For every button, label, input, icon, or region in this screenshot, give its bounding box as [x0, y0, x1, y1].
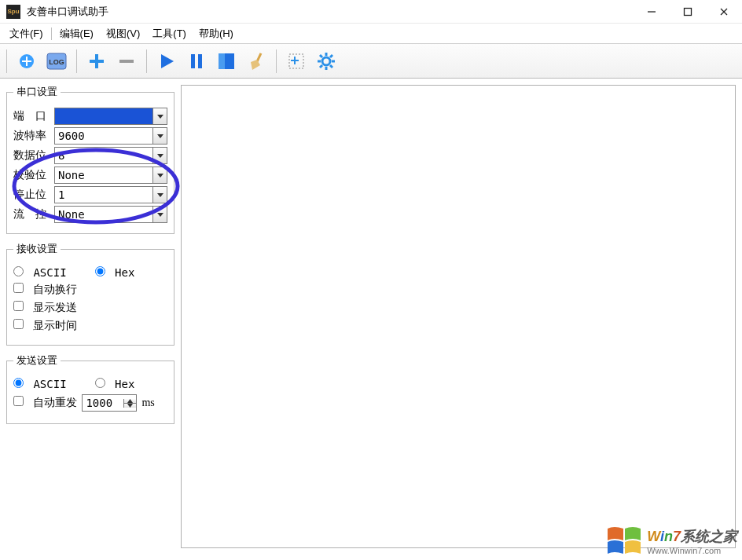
chevron-down-icon[interactable] [152, 207, 167, 222]
maximize-icon [683, 7, 692, 16]
svg-marker-38 [127, 404, 133, 408]
chevron-down-icon[interactable] [152, 108, 167, 124]
svg-point-22 [322, 57, 330, 65]
baud-combo[interactable]: 9600 [54, 127, 167, 145]
send-settings-group: 发送设置 ASCII Hex 自动重发 1000 ms [6, 353, 174, 424]
chevron-down-icon[interactable] [152, 128, 167, 144]
flow-label: 流 控 [13, 207, 50, 221]
svg-marker-31 [157, 115, 163, 119]
watermark-brand: Win7系统之家 [647, 527, 737, 546]
log-button[interactable]: LOG [43, 48, 70, 75]
panel-icon [216, 51, 237, 71]
windows-flag-icon [606, 525, 642, 557]
resend-interval-value: 1000 [83, 397, 123, 409]
chevron-down-icon[interactable] [152, 148, 167, 163]
resend-unit-label: ms [141, 397, 154, 409]
menubar: 文件(F) 编辑(E) 视图(V) 工具(T) 帮助(H) [0, 24, 742, 44]
start-button[interactable] [153, 48, 180, 75]
baud-value: 9600 [55, 130, 152, 142]
settings-button[interactable] [313, 48, 340, 75]
resend-interval-input[interactable]: 1000 [82, 394, 137, 412]
svg-line-27 [320, 55, 322, 57]
data-bits-value: 8 [55, 149, 152, 162]
svg-rect-21 [291, 60, 299, 61]
parity-value: None [55, 169, 152, 181]
auto-resend-checkbox[interactable]: 自动重发 [13, 396, 77, 410]
menu-view[interactable]: 视图(V) [100, 25, 146, 42]
broom-icon [246, 51, 266, 71]
svg-marker-35 [157, 193, 163, 197]
output-panel[interactable] [181, 85, 736, 548]
minus-icon [116, 51, 137, 71]
menu-tools[interactable]: 工具(T) [146, 25, 193, 42]
toolbar-separator [6, 49, 7, 73]
send-hex-label: Hex [115, 378, 134, 390]
new-window-button[interactable] [283, 48, 310, 75]
serial-settings-legend: 串口设置 [13, 85, 61, 99]
svg-text:LOG: LOG [49, 58, 64, 66]
svg-line-30 [320, 65, 322, 68]
watermark: Win7系统之家 Www.Winwin7.com [606, 525, 737, 557]
receive-settings-legend: 接收设置 [13, 242, 61, 256]
auto-wrap-checkbox[interactable]: 自动换行 [13, 283, 77, 297]
panel-button[interactable] [213, 48, 240, 75]
svg-marker-32 [157, 134, 163, 138]
zoom-in-button[interactable] [83, 48, 110, 75]
port-combo[interactable] [54, 108, 167, 125]
minimize-button[interactable] [634, 0, 670, 24]
menu-help[interactable]: 帮助(H) [193, 25, 240, 42]
chevron-down-icon[interactable] [152, 167, 167, 183]
svg-rect-13 [191, 54, 195, 68]
svg-rect-10 [90, 60, 104, 63]
menu-separator [51, 27, 52, 40]
svg-rect-6 [26, 57, 28, 66]
zoom-out-button[interactable] [113, 48, 140, 75]
menu-file[interactable]: 文件(F) [3, 25, 50, 42]
minimize-icon [647, 7, 656, 16]
toolbar-separator [146, 49, 147, 73]
show-send-checkbox[interactable]: 显示发送 [13, 301, 77, 315]
log-icon: LOG [46, 50, 68, 72]
show-time-checkbox[interactable]: 显示时间 [13, 319, 77, 333]
menu-edit[interactable]: 编辑(E) [53, 25, 100, 42]
svg-marker-33 [157, 154, 163, 158]
maximize-button[interactable] [670, 0, 706, 24]
show-send-label: 显示发送 [33, 301, 77, 313]
port-label: 端 口 [13, 109, 50, 123]
svg-marker-12 [161, 54, 174, 68]
sidebar: 串口设置 端 口 波特率 9600 数据位 8 [0, 79, 181, 430]
window-title: 友善串口调试助手 [27, 5, 108, 19]
svg-line-28 [330, 65, 332, 68]
parity-combo[interactable]: None [54, 167, 167, 184]
send-hex-radio[interactable]: Hex [95, 378, 135, 390]
svg-marker-34 [157, 174, 163, 178]
new-window-icon [286, 51, 307, 71]
clear-button[interactable] [243, 48, 270, 75]
chevron-down-icon[interactable] [152, 187, 167, 203]
app-icon: Spu [6, 5, 20, 19]
receive-hex-label: Hex [115, 266, 134, 279]
show-time-label: 显示时间 [33, 319, 77, 331]
svg-marker-18 [251, 60, 260, 70]
svg-rect-16 [219, 53, 225, 69]
receive-settings-group: 接收设置 ASCII Hex 自动换行 显示发送 显示时间 [6, 242, 174, 346]
plus-icon [86, 51, 107, 71]
spin-down-button[interactable] [124, 403, 136, 408]
pause-button[interactable] [183, 48, 210, 75]
baud-label: 波特率 [13, 129, 50, 143]
data-bits-combo[interactable]: 8 [54, 147, 167, 164]
connect-button[interactable] [13, 48, 40, 75]
watermark-url: Www.Winwin7.com [647, 546, 737, 555]
serial-settings-group: 串口设置 端 口 波特率 9600 数据位 8 [6, 85, 174, 234]
data-bits-label: 数据位 [13, 148, 50, 163]
stop-bits-combo[interactable]: 1 [54, 186, 167, 203]
play-icon [156, 51, 177, 71]
close-button[interactable] [706, 0, 742, 24]
flow-combo[interactable]: None [54, 206, 167, 223]
gear-icon [316, 51, 336, 71]
receive-ascii-radio[interactable]: ASCII [13, 266, 67, 279]
toolbar: LOG [0, 44, 742, 79]
close-icon [719, 7, 729, 16]
send-ascii-radio[interactable]: ASCII [13, 378, 67, 390]
receive-hex-radio[interactable]: Hex [95, 266, 135, 279]
